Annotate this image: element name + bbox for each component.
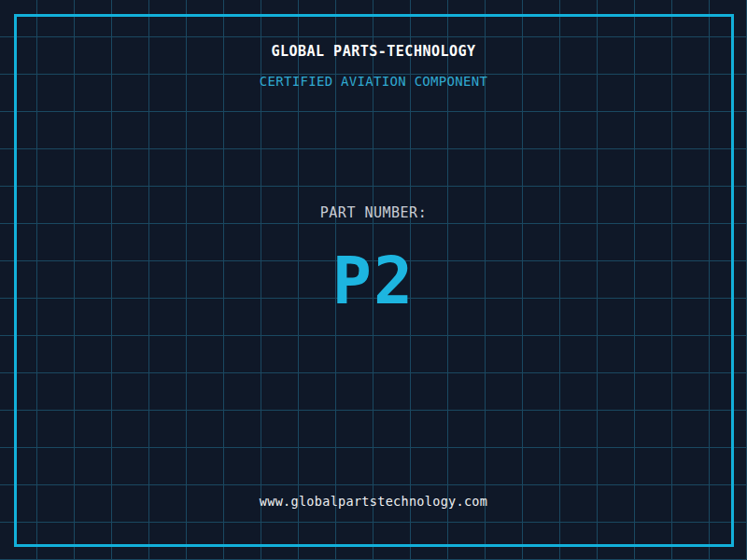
certification-line: CERTIFIED AVIATION COMPONENT	[0, 75, 747, 88]
part-number-label: PART NUMBER:	[0, 206, 747, 220]
company-name: GLOBAL PARTS-TECHNOLOGY	[0, 45, 747, 59]
part-number-value: P2	[0, 248, 747, 314]
certificate-page: GLOBAL PARTS-TECHNOLOGY CERTIFIED AVIATI…	[0, 0, 747, 560]
website-url: www.globalpartstechnology.com	[0, 496, 747, 509]
